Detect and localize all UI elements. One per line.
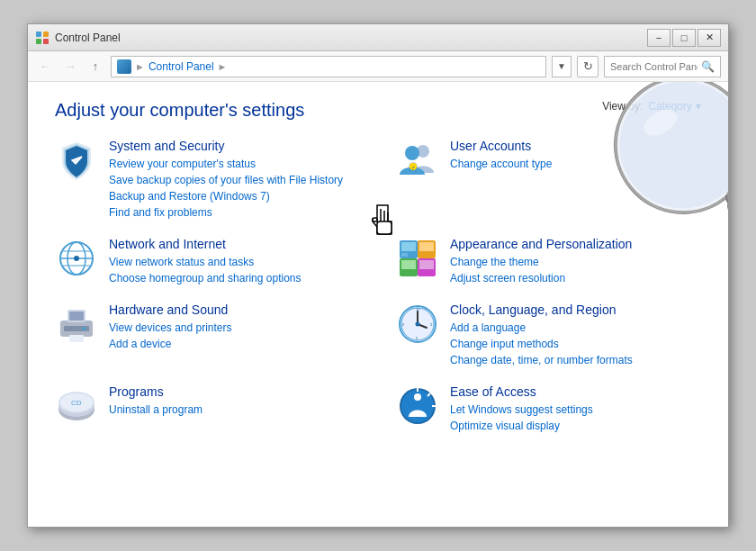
window-title: Control Panel: [55, 32, 647, 44]
ease-title[interactable]: Ease of Access: [450, 384, 593, 399]
clock-link-2[interactable]: Change date, time, or number formats: [450, 352, 633, 368]
svg-rect-0: [36, 32, 41, 37]
network-icon: [55, 237, 98, 280]
appearance-link-0[interactable]: Change the theme: [450, 254, 632, 270]
category-hardware: Hardware and Sound View devices and prin…: [55, 303, 360, 368]
close-button[interactable]: ✕: [698, 29, 721, 47]
svg-rect-20: [419, 242, 434, 251]
window-controls: − □ ✕: [647, 29, 721, 47]
programs-link-0[interactable]: Uninstall a program: [109, 402, 202, 418]
appearance-link-1[interactable]: Adjust screen resolution: [450, 270, 632, 286]
address-breadcrumb: ► Control Panel ►: [111, 56, 546, 77]
system-security-link-1[interactable]: Save backup copies of your files with Fi…: [109, 172, 343, 188]
view-by-label: View by:: [602, 100, 643, 113]
svg-point-15: [74, 256, 79, 261]
window-icon: [35, 31, 50, 45]
address-chevron[interactable]: ▼: [552, 56, 572, 77]
system-security-icon: [55, 139, 98, 182]
minimize-button[interactable]: −: [647, 29, 670, 47]
ease-icon: [396, 384, 439, 428]
svg-rect-3: [43, 39, 49, 44]
system-security-link-3[interactable]: Find and fix problems: [109, 204, 343, 221]
ease-link-0[interactable]: Let Windows suggest settings: [450, 402, 593, 418]
user-accounts-icon: ✓: [396, 139, 439, 182]
network-title[interactable]: Network and Internet: [109, 237, 301, 251]
svg-rect-60: [727, 196, 728, 239]
control-panel-window: Control Panel − □ ✕ ← → ↑ ► Control Pane…: [27, 23, 729, 528]
svg-rect-17: [401, 242, 416, 251]
user-accounts-link-0[interactable]: Change account type: [450, 156, 552, 172]
category-clock: 12 3 6 9 Clock, Language, and Region Add…: [396, 303, 701, 368]
clock-link-0[interactable]: Add a language: [450, 320, 633, 336]
maximize-button[interactable]: □: [672, 29, 696, 47]
view-by-value: Category: [648, 100, 692, 113]
svg-rect-18: [401, 253, 408, 257]
search-icon: 🔍: [701, 60, 715, 73]
system-security-link-2[interactable]: Backup and Restore (Windows 7): [109, 188, 343, 204]
hardware-content: Hardware and Sound View devices and prin…: [109, 303, 232, 352]
svg-point-47: [414, 393, 421, 401]
network-content: Network and Internet View network status…: [109, 237, 301, 286]
ease-link-1[interactable]: Optimize visual display: [450, 418, 593, 434]
search-box: 🔍: [604, 56, 721, 77]
view-by-chevron-icon: ▾: [696, 100, 701, 113]
address-bar: ← → ↑ ► Control Panel ► ▼ ↻ 🔍: [28, 51, 728, 82]
up-button[interactable]: ↑: [86, 57, 105, 77]
user-accounts-content: User Accounts Change account type: [450, 139, 552, 172]
svg-rect-28: [69, 312, 84, 321]
breadcrumb-control-panel[interactable]: Control Panel: [148, 60, 214, 73]
main-content: View by: Category ▾ Adjust your computer…: [28, 82, 728, 527]
svg-text:✓: ✓: [411, 165, 415, 170]
clock-content: Clock, Language, and Region Add a langua…: [450, 303, 633, 368]
category-system-security: System and Security Review your computer…: [55, 139, 360, 221]
programs-title[interactable]: Programs: [109, 384, 202, 399]
programs-icon: CD: [55, 384, 98, 428]
hardware-icon: [55, 303, 98, 346]
hardware-link-1[interactable]: Add a device: [109, 336, 232, 352]
svg-rect-22: [401, 260, 416, 269]
category-ease: Ease of Access Let Windows suggest setti…: [396, 384, 701, 434]
category-appearance: Appearance and Personalization Change th…: [396, 237, 701, 286]
back-button[interactable]: ←: [35, 57, 55, 77]
clock-link-1[interactable]: Change input methods: [450, 336, 633, 352]
appearance-icon: [396, 237, 439, 280]
title-bar: Control Panel − □ ✕: [28, 24, 728, 51]
svg-rect-29: [69, 335, 84, 342]
user-accounts-title[interactable]: User Accounts: [450, 139, 552, 153]
hardware-link-0[interactable]: View devices and printers: [109, 320, 232, 336]
clock-title[interactable]: Clock, Language, and Region: [450, 303, 633, 317]
category-programs: CD Programs Uninstall a program: [55, 384, 360, 434]
network-link-0[interactable]: View network status and tasks: [109, 254, 301, 270]
programs-content: Programs Uninstall a program: [109, 384, 202, 418]
categories-grid: System and Security Review your computer…: [55, 139, 701, 434]
clock-icon: 12 3 6 9: [396, 303, 439, 346]
refresh-button[interactable]: ↻: [577, 56, 598, 77]
forward-button[interactable]: →: [60, 57, 80, 77]
ease-content: Ease of Access Let Windows suggest setti…: [450, 384, 593, 434]
svg-text:CD: CD: [71, 399, 82, 407]
breadcrumb-icon: [117, 59, 131, 74]
appearance-title[interactable]: Appearance and Personalization: [450, 237, 632, 251]
svg-point-35: [416, 322, 420, 327]
system-security-title[interactable]: System and Security: [109, 139, 343, 153]
appearance-content: Appearance and Personalization Change th…: [450, 237, 632, 286]
system-security-link-0[interactable]: Review your computer's status: [109, 156, 343, 172]
network-link-1[interactable]: Choose homegroup and sharing options: [109, 270, 301, 286]
hardware-title[interactable]: Hardware and Sound: [109, 303, 232, 317]
svg-rect-2: [36, 39, 41, 44]
svg-rect-24: [419, 260, 434, 269]
svg-point-6: [405, 146, 419, 160]
svg-rect-1: [43, 32, 49, 37]
system-security-content: System and Security Review your computer…: [109, 139, 343, 221]
svg-point-61: [726, 188, 728, 206]
svg-point-30: [82, 327, 86, 330]
category-user-accounts: ✓ User Accounts Change account type: [396, 139, 701, 221]
svg-rect-59: [724, 194, 728, 239]
view-by-bar: View by: Category ▾: [602, 100, 701, 113]
search-input[interactable]: [610, 61, 698, 72]
category-network: Network and Internet View network status…: [55, 237, 360, 286]
svg-text:12: 12: [416, 307, 420, 312]
view-by-dropdown[interactable]: Category ▾: [648, 100, 701, 113]
